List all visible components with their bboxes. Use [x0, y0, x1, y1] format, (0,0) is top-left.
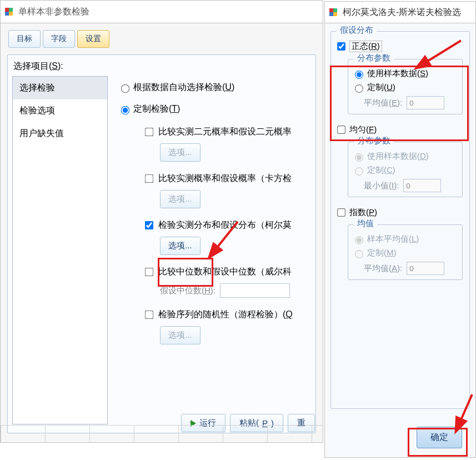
list-item-select-test[interactable]: 选择检验	[13, 77, 107, 99]
sub-titlebar: 柯尔莫戈洛夫-斯米诺夫检验选	[325, 2, 475, 23]
tab-target[interactable]: 目标	[8, 30, 41, 48]
radio-uniform-custom: 定制(C)	[353, 165, 458, 176]
options-button-1[interactable]: 选项...	[160, 143, 201, 162]
main-titlebar: 单样本非参数检验	[1, 1, 323, 23]
check-chisq[interactable]: 比较实测概率和假设概率（卡方检	[143, 173, 312, 184]
svg-rect-0	[5, 8, 9, 12]
exp-mean-input[interactable]	[407, 262, 444, 275]
settings-body: 选择项目(S): 选择检验 检验选项 用户缺失值 根据数据自动选择检验(U) 定…	[7, 54, 316, 433]
check-runs[interactable]: 检验序列的随机性（游程检验）(Q	[143, 309, 312, 321]
hypo-legend: 假设分布	[337, 25, 377, 36]
custom-tests-group: 比较实测二元概率和假设二元概率 选项... 比较实测概率和假设概率（卡方检 选项…	[143, 126, 312, 344]
check-ks[interactable]: 检验实测分布和假设分布（柯尔莫	[143, 219, 312, 231]
svg-rect-6	[329, 12, 333, 16]
radio-exp-sample: 样本平均值(L)	[353, 234, 458, 244]
svg-rect-7	[333, 12, 337, 16]
hypo-dist-fieldset: 假设分布 正态(R) 分布参数 使用样本数据(S) 定制(U) 平均值(E): …	[330, 31, 470, 409]
main-window: 单样本非参数检验 目标 字段 设置 选择项目(S): 选择检验 检验选项 用户缺…	[0, 0, 323, 443]
radio-exp-custom: 定制(M)	[353, 248, 458, 258]
sub-title: 柯尔莫戈洛夫-斯米诺夫检验选	[343, 7, 461, 18]
check-uniform[interactable]: 均匀(F)	[335, 124, 465, 135]
svg-rect-2	[5, 12, 9, 16]
app-icon	[4, 7, 14, 17]
exp-mean-label: 平均值(A):	[364, 263, 402, 274]
median-row: 假设中位数(H):	[160, 283, 312, 298]
options-button-5[interactable]: 选项...	[160, 326, 201, 344]
main-title: 单样本非参数检验	[18, 6, 89, 18]
radio-auto-select[interactable]: 根据数据自动选择检验(U)	[119, 82, 312, 93]
radio-uniform-sample: 使用样本数据(D)	[353, 151, 458, 162]
median-label: 假设中位数(H):	[160, 286, 216, 296]
select-items-list[interactable]: 选择检验 检验选项 用户缺失值	[12, 76, 108, 424]
ok-button[interactable]: 确定	[417, 427, 462, 448]
uniform-params-fieldset: 分布参数 使用样本数据(D) 定制(C) 最小值(I):	[348, 142, 463, 197]
uniform-params-legend: 分布参数	[354, 136, 394, 146]
uniform-min-label: 最小值(I):	[364, 181, 399, 191]
normal-mean-input[interactable]	[407, 96, 444, 109]
svg-rect-5	[333, 8, 337, 12]
list-item-test-options[interactable]: 检验选项	[13, 99, 107, 122]
exp-mean-row: 平均值(A):	[364, 262, 458, 275]
select-items-label: 选择项目(S):	[13, 61, 63, 72]
radio-custom-test[interactable]: 定制检验(T)	[119, 103, 312, 115]
options-button-ks[interactable]: 选项...	[160, 237, 201, 255]
radio-normal-custom[interactable]: 定制(U)	[353, 82, 458, 93]
normal-mean-label: 平均值(E):	[364, 98, 402, 108]
exp-params-fieldset: 均值 样本平均值(L) 定制(M) 平均值(A):	[348, 224, 463, 280]
svg-rect-1	[9, 8, 13, 12]
check-binary-prob[interactable]: 比较实测二元概率和假设二元概率	[143, 126, 312, 138]
ks-options-dialog: 柯尔莫戈洛夫-斯米诺夫检验选 假设分布 正态(R) 分布参数 使用样本数据(S)…	[324, 1, 476, 458]
check-exp[interactable]: 指数(P)	[335, 207, 465, 218]
options-button-2[interactable]: 选项...	[160, 190, 201, 208]
svg-rect-4	[329, 8, 333, 12]
list-item-user-missing[interactable]: 用户缺失值	[13, 122, 107, 145]
median-input[interactable]	[220, 283, 290, 298]
radio-normal-sample[interactable]: 使用样本数据(S)	[353, 68, 458, 79]
svg-rect-3	[9, 12, 13, 16]
exp-mean-legend: 均值	[354, 218, 377, 229]
test-config-pane: 根据数据自动选择检验(U) 定制检验(T) 比较实测二元概率和假设二元概率 选项…	[119, 72, 312, 344]
uniform-min-row: 最小值(I):	[364, 179, 458, 192]
check-normal[interactable]: 正态(R)	[335, 41, 465, 52]
normal-params-fieldset: 分布参数 使用样本数据(S) 定制(U) 平均值(E):	[348, 59, 463, 114]
normal-params-legend: 分布参数	[354, 53, 394, 63]
app-icon-2	[328, 7, 338, 17]
tab-fields[interactable]: 字段	[43, 30, 75, 48]
spreadsheet-background	[1, 425, 323, 442]
tabbar: 目标 字段 设置	[1, 23, 323, 48]
uniform-min-input[interactable]	[403, 179, 441, 192]
tab-settings[interactable]: 设置	[77, 30, 109, 48]
check-wilcoxon[interactable]: 比较中位数和假设中位数（威尔科	[143, 266, 312, 278]
normal-mean-row: 平均值(E):	[364, 96, 458, 109]
